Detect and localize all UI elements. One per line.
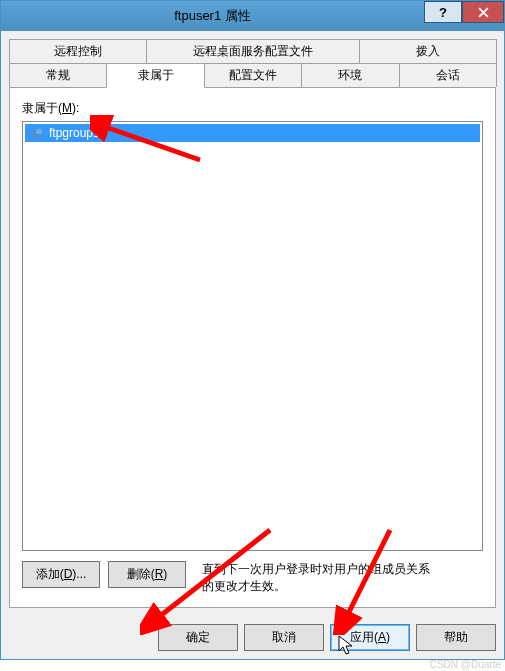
title-bar: ftpuser1 属性 ?: [1, 1, 504, 31]
close-icon: [478, 7, 489, 18]
tab-member-of[interactable]: 隶属于: [106, 63, 204, 88]
remove-button[interactable]: 删除(R): [108, 561, 186, 588]
help-button[interactable]: ?: [424, 1, 462, 23]
svg-rect-4: [31, 134, 43, 139]
add-button[interactable]: 添加(D)...: [22, 561, 100, 588]
tab-environment[interactable]: 环境: [301, 63, 399, 87]
apply-button[interactable]: 应用(A): [330, 624, 410, 651]
tab-container: 远程控制 远程桌面服务配置文件 拨入 常规 隶属于 配置文件 环境 会话 隶属于…: [9, 39, 496, 608]
window-title: ftpuser1 属性: [1, 7, 424, 25]
tab-general[interactable]: 常规: [9, 63, 107, 87]
tab-profile[interactable]: 配置文件: [204, 63, 302, 87]
svg-point-2: [31, 128, 37, 134]
tab-remote-control[interactable]: 远程控制: [9, 39, 147, 63]
list-item[interactable]: ftpgroup1: [25, 124, 480, 142]
list-buttons-row: 添加(D)... 删除(R) 直到下一次用户登录时对用户的组成员关系的更改才生效…: [22, 561, 483, 595]
properties-dialog: ftpuser1 属性 ? 远程控制 远程桌面服务配置文件 拨入 常规 隶属于 …: [0, 0, 505, 660]
member-of-pane: 隶属于(M): ftpgroup1: [9, 87, 496, 608]
dialog-body: 远程控制 远程桌面服务配置文件 拨入 常规 隶属于 配置文件 环境 会话 隶属于…: [9, 39, 496, 608]
list-item-label: ftpgroup1: [49, 126, 100, 140]
groups-listbox[interactable]: ftpgroup1: [22, 121, 483, 551]
tab-rds-profile[interactable]: 远程桌面服务配置文件: [146, 39, 360, 63]
tab-strip: 远程控制 远程桌面服务配置文件 拨入 常规 隶属于 配置文件 环境 会话: [9, 39, 496, 87]
tab-sessions[interactable]: 会话: [399, 63, 497, 87]
titlebar-buttons: ?: [424, 1, 504, 31]
close-button[interactable]: [462, 1, 504, 23]
note-text: 直到下一次用户登录时对用户的组成员关系的更改才生效。: [202, 561, 432, 595]
cancel-button[interactable]: 取消: [244, 624, 324, 651]
watermark: CSDN @Duarte: [430, 659, 501, 670]
group-icon: [29, 125, 45, 141]
member-of-label: 隶属于(M):: [22, 100, 483, 117]
tab-dialin[interactable]: 拨入: [359, 39, 497, 63]
help-button-footer[interactable]: 帮助: [416, 624, 496, 651]
ok-button[interactable]: 确定: [158, 624, 238, 651]
dialog-footer: 确定 取消 应用(A) 帮助: [1, 616, 504, 659]
